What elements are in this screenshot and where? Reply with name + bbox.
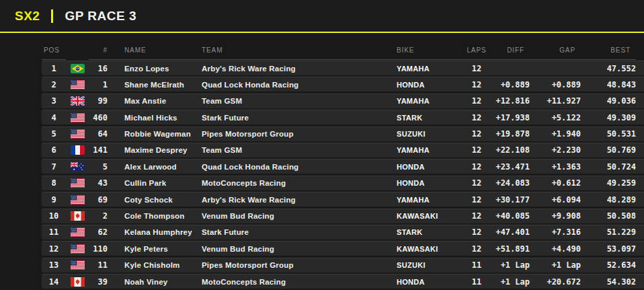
best-cell: 51.229: [581, 227, 636, 237]
col-header-flag: [66, 55, 89, 60]
rider-name-cell: Maxime Desprey: [108, 146, 202, 154]
best-cell: 50.531: [581, 129, 636, 139]
laps-cell: 12: [462, 178, 491, 188]
table-row: 12 110Kyle PetersVenum Bud RacingKAWASAK…: [42, 241, 644, 256]
bike-cell: YAMAHA: [397, 146, 462, 154]
bike-cell: HONDA: [397, 179, 462, 187]
rider-number-cell: 39: [89, 277, 108, 287]
position-cell: 7: [42, 162, 66, 172]
team-cell: Pipes Motorsport Group: [202, 261, 397, 269]
rider-name-cell: Noah Viney: [108, 278, 202, 286]
team-cell: Venum Bud Racing: [202, 245, 397, 253]
bike-cell: STARK: [397, 114, 462, 122]
rider-name-cell: Max Anstie: [108, 97, 202, 105]
laps-cell: 12: [462, 113, 491, 122]
diff-cell: +47.401: [491, 227, 530, 237]
best-cell: 48.843: [581, 80, 636, 89]
rider-name-cell: Alex Larwood: [108, 163, 202, 171]
team-cell: Quad Lock Honda Racing: [202, 81, 397, 89]
rider-number-cell: 1: [89, 80, 108, 89]
best-cell: 50.769: [581, 145, 636, 155]
col-header-team: TEAM: [202, 46, 397, 60]
gap-cell: +9.908: [530, 211, 581, 221]
gap-cell: +11.927: [530, 96, 581, 106]
rider-number-cell: 110: [89, 244, 108, 254]
flag-usa-icon: [66, 113, 89, 122]
team-cell: Pipes Motorsport Group: [202, 130, 397, 138]
rider-name-cell: Coty Schock: [108, 196, 202, 204]
table-row: 3 99Max AnstieTeam GSMYAMAHA12+12.816+11…: [42, 94, 644, 108]
flag-canada-icon: [66, 211, 89, 221]
rider-number-cell: 5: [89, 162, 108, 172]
team-cell: Team GSM: [202, 146, 397, 154]
rider-name-cell: Cole Thompson: [108, 212, 202, 220]
laps-cell: 12: [462, 195, 491, 205]
diff-cell: +51.891: [491, 244, 530, 254]
diff-cell: +24.083: [491, 178, 530, 188]
laps-cell: 11: [462, 260, 491, 270]
title-divider: [51, 9, 53, 23]
laps-cell: 12: [462, 129, 491, 139]
flag-canada-icon: [66, 277, 89, 287]
laps-cell: 11: [462, 277, 491, 287]
table-row: 1 16Enzo LopesArby's Rick Ware RacingYAM…: [42, 61, 644, 75]
position-cell: 4: [42, 113, 66, 122]
gap-cell: +1.363: [530, 162, 581, 172]
rider-number-cell: 62: [89, 227, 108, 237]
team-cell: Quad Lock Honda Racing: [202, 163, 397, 171]
bike-cell: SUZUKI: [397, 261, 462, 269]
diff-cell: +22.108: [491, 145, 530, 155]
table-header-row: POS # NAME TEAM BIKE LAPS DIFF GAP BEST: [42, 33, 644, 60]
bike-cell: SUZUKI: [397, 130, 462, 138]
flag-usa-icon: [66, 244, 89, 254]
best-cell: 50.508: [581, 211, 636, 221]
table-row: 9 69Coty SchockArby's Rick Ware RacingYA…: [42, 192, 644, 207]
rider-name-cell: Cullin Park: [108, 179, 202, 187]
gap-cell: +4.490: [530, 244, 581, 254]
flag-usa-icon: [66, 80, 89, 89]
laps-cell: 12: [462, 211, 491, 221]
laps-cell: 12: [462, 80, 491, 89]
position-cell: 3: [42, 96, 66, 106]
rider-number-cell: 69: [89, 195, 108, 205]
flag-uk-icon: [66, 96, 89, 106]
col-header-gap: GAP: [530, 46, 581, 60]
series-label: SX2: [15, 9, 40, 24]
team-cell: Team GSM: [202, 97, 397, 105]
table-row: 11 62Kelana HumphreyStark FutureSTARK12+…: [42, 225, 644, 240]
position-cell: 5: [42, 129, 66, 139]
gap-cell: +20.672: [530, 277, 581, 287]
flag-brazil-icon: [66, 64, 89, 73]
col-header-bike: BIKE: [397, 46, 462, 60]
team-cell: Stark Future: [202, 228, 397, 236]
laps-cell: 12: [462, 96, 491, 106]
team-cell: Venum Bud Racing: [202, 212, 397, 220]
rider-name-cell: Kelana Humphrey: [108, 228, 202, 236]
table-row: 2 1Shane McElrathQuad Lock Honda RacingH…: [42, 77, 644, 92]
laps-cell: 12: [462, 227, 491, 237]
diff-cell: +23.471: [491, 162, 530, 172]
position-cell: 14: [42, 277, 66, 287]
gap-cell: +5.122: [530, 113, 581, 122]
laps-cell: 12: [462, 145, 491, 155]
results-table: POS # NAME TEAM BIKE LAPS DIFF GAP BEST …: [42, 33, 644, 289]
best-cell: 49.259: [581, 178, 636, 188]
gap-cell: +6.094: [530, 195, 581, 205]
rider-name-cell: Robbie Wageman: [108, 130, 202, 138]
laps-cell: 12: [462, 244, 491, 254]
diff-cell: +17.938: [491, 113, 530, 122]
laps-cell: 12: [462, 64, 491, 73]
bike-cell: KAWASAKI: [397, 212, 462, 220]
team-cell: Stark Future: [202, 114, 397, 122]
flag-france-icon: [66, 145, 89, 155]
team-cell: Arby's Rick Ware Racing: [202, 196, 397, 204]
flag-usa-icon: [66, 178, 89, 188]
flag-usa-icon: [66, 260, 89, 270]
laps-cell: 12: [462, 162, 491, 172]
table-row: 6141Maxime DespreyTeam GSMYAMAHA12+22.10…: [42, 143, 644, 157]
best-cell: 49.036: [581, 96, 636, 106]
position-cell: 12: [42, 244, 66, 254]
col-header-laps: LAPS: [462, 46, 491, 60]
best-cell: 54.302: [581, 277, 636, 287]
col-header-name: NAME: [108, 46, 202, 60]
